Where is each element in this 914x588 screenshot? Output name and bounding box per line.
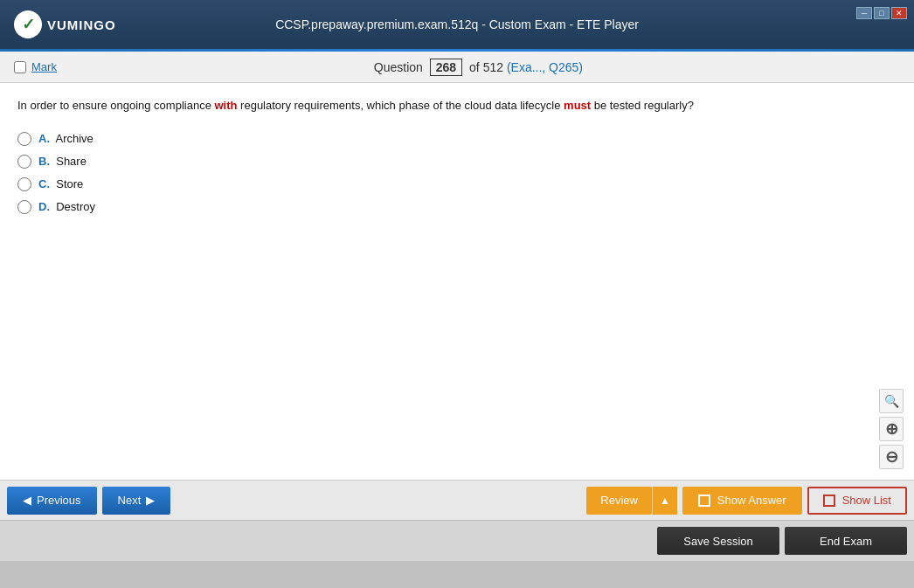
option-a[interactable]: A. Archive [17, 132, 897, 146]
option-d-radio[interactable] [17, 200, 31, 214]
option-a-radio[interactable] [17, 132, 31, 146]
window-title: CCSP.prepaway.premium.exam.512q - Custom… [275, 17, 639, 31]
title-bar: ✓ VUMINGO CCSP.prepaway.premium.exam.512… [0, 0, 914, 49]
exam-ref-text: (Exa..., Q265) [507, 60, 583, 74]
option-a-label: A. Archive [38, 132, 93, 145]
window-controls: ─ □ ✕ [856, 7, 907, 19]
show-answer-button[interactable]: Show Answer [682, 487, 802, 515]
main-content: In order to ensure ongoing compliance wi… [0, 83, 914, 481]
question-number-box: 268 [430, 59, 462, 76]
show-list-checkbox-icon [823, 495, 835, 507]
show-answer-label: Show Answer [717, 494, 786, 507]
minimize-button[interactable]: ─ [856, 7, 872, 19]
show-list-label: Show List [842, 494, 891, 507]
option-c-radio[interactable] [17, 177, 31, 191]
option-c[interactable]: C. Store [17, 177, 897, 191]
mark-label[interactable]: Mark [31, 60, 57, 73]
review-label: Review [600, 494, 638, 507]
arrow-right-icon: ▶ [146, 494, 155, 507]
option-d[interactable]: D. Destroy [17, 200, 897, 214]
review-dropdown-button[interactable]: ▲ [652, 487, 677, 515]
dropdown-arrow-icon: ▲ [660, 495, 670, 507]
search-button[interactable]: 🔍 [879, 389, 904, 413]
logo-text: VUMINGO [47, 17, 116, 32]
save-session-button[interactable]: Save Session [657, 527, 779, 555]
next-label: Next [118, 494, 142, 507]
question-info: Question 268 of 512 (Exa..., Q265) [374, 59, 583, 76]
bottom-toolbar: ◀ Previous Next ▶ Review ▲ Show Answer S… [0, 481, 914, 521]
mark-checkbox-label[interactable]: Mark [14, 60, 57, 73]
option-d-label: D. Destroy [38, 200, 95, 213]
logo-check-icon: ✓ [22, 15, 35, 34]
of-label: of [469, 60, 480, 74]
option-b-radio[interactable] [17, 155, 31, 169]
next-button[interactable]: Next ▶ [102, 487, 171, 515]
maximize-button[interactable]: □ [874, 7, 890, 19]
show-list-button[interactable]: Show List [807, 487, 907, 515]
question-text: In order to ensure ongoing compliance wi… [17, 97, 897, 114]
show-answer-checkbox-icon [698, 495, 710, 507]
end-exam-button[interactable]: End Exam [785, 527, 907, 555]
review-group: Review ▲ [586, 487, 677, 515]
bottom-action-bar: Save Session End Exam [0, 521, 914, 561]
question-label: Question [374, 60, 423, 74]
option-c-label: C. Store [38, 177, 83, 190]
zoom-in-button[interactable]: ⊕ [879, 417, 904, 441]
arrow-left-icon: ◀ [23, 494, 31, 507]
header-row: Mark Question 268 of 512 (Exa..., Q265) [0, 52, 914, 83]
option-b-label: B. Share [38, 155, 87, 168]
previous-button[interactable]: ◀ Previous [7, 487, 97, 515]
zoom-out-button[interactable]: ⊖ [879, 445, 904, 469]
logo: ✓ VUMINGO [14, 10, 116, 38]
logo-circle: ✓ [14, 10, 42, 38]
total-questions: 512 [483, 60, 503, 74]
mark-checkbox-input[interactable] [14, 61, 26, 73]
zoom-controls: 🔍 ⊕ ⊖ [879, 389, 904, 469]
options-list: A. Archive B. Share C. Store D. Destroy [17, 132, 897, 214]
close-button[interactable]: ✕ [891, 7, 907, 19]
option-b[interactable]: B. Share [17, 155, 897, 169]
previous-label: Previous [37, 494, 81, 507]
review-button[interactable]: Review [586, 487, 652, 515]
